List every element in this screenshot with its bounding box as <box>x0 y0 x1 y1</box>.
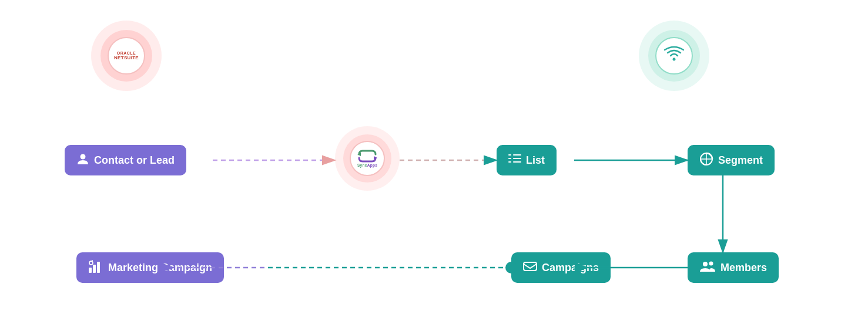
svg-rect-4 <box>508 158 511 159</box>
contact-or-lead-button[interactable]: Contact or Lead <box>65 145 186 175</box>
syncapps-logo: SyncApps <box>335 126 400 191</box>
campaigns-icon <box>523 261 537 275</box>
campaigns-button[interactable]: Campaigns <box>511 252 611 283</box>
keap-logo <box>639 21 709 91</box>
marketing-icon <box>88 259 103 276</box>
svg-rect-6 <box>508 161 511 163</box>
list-icon <box>508 154 521 167</box>
list-button[interactable]: List <box>497 145 557 175</box>
svg-rect-3 <box>513 154 521 156</box>
svg-rect-14 <box>89 268 92 273</box>
segment-button[interactable]: Segment <box>688 145 775 175</box>
svg-point-0 <box>673 58 676 60</box>
contact-or-lead-label: Contact or Lead <box>94 154 175 167</box>
person-icon <box>76 153 89 168</box>
members-icon <box>699 260 716 276</box>
svg-point-12 <box>709 261 713 265</box>
segment-icon <box>699 152 713 169</box>
list-label: List <box>526 154 545 167</box>
netsuite-text: NETSUITE <box>114 55 139 60</box>
members-button[interactable]: Members <box>688 252 779 283</box>
oracle-text: ORACLE <box>117 51 136 55</box>
oracle-netsuite-logo: ORACLE NETSUITE <box>91 21 162 91</box>
diagram-container: ORACLE NETSUITE <box>0 0 868 321</box>
svg-rect-16 <box>97 262 100 273</box>
marketing-campaign-label: Marketing Campaign <box>108 262 212 274</box>
svg-rect-5 <box>513 158 521 159</box>
segment-label: Segment <box>718 154 763 167</box>
svg-rect-7 <box>513 161 521 163</box>
svg-rect-13 <box>524 262 537 271</box>
wifi-icon <box>664 46 684 66</box>
svg-point-11 <box>703 262 708 266</box>
members-label: Members <box>720 262 767 274</box>
campaigns-label: Campaigns <box>542 262 599 274</box>
syncapps-label: SyncApps <box>357 163 377 167</box>
svg-rect-15 <box>93 265 96 273</box>
svg-rect-2 <box>508 154 511 156</box>
marketing-campaign-button[interactable]: Marketing Campaign <box>76 252 224 283</box>
svg-point-1 <box>81 154 86 159</box>
syncapps-icon <box>357 150 378 163</box>
